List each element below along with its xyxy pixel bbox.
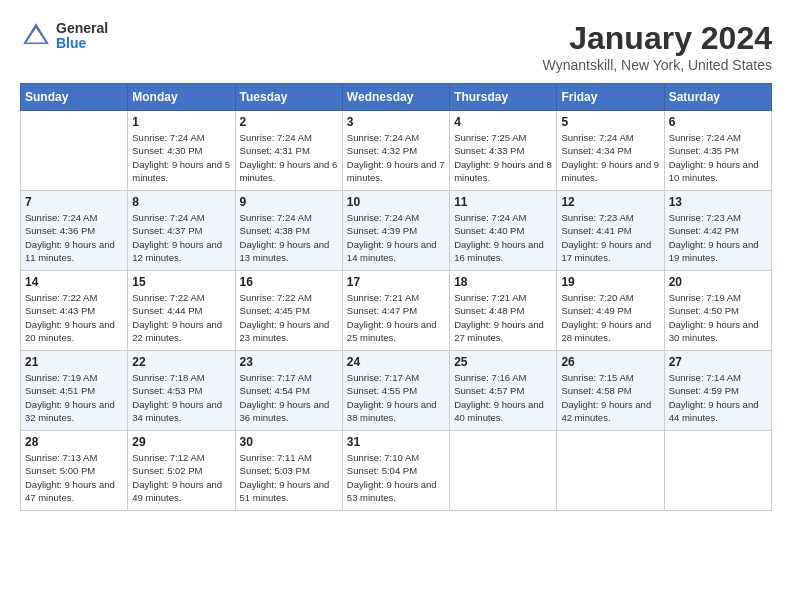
day-number: 29 [132,435,230,449]
calendar-cell [557,431,664,511]
calendar-cell: 27Sunrise: 7:14 AM Sunset: 4:59 PM Dayli… [664,351,771,431]
day-number: 8 [132,195,230,209]
day-number: 17 [347,275,445,289]
day-info: Sunrise: 7:24 AM Sunset: 4:32 PM Dayligh… [347,131,445,184]
day-number: 25 [454,355,552,369]
calendar-week-row: 21Sunrise: 7:19 AM Sunset: 4:51 PM Dayli… [21,351,772,431]
day-info: Sunrise: 7:10 AM Sunset: 5:04 PM Dayligh… [347,451,445,504]
weekday-header: Thursday [450,84,557,111]
day-number: 5 [561,115,659,129]
calendar-cell [21,111,128,191]
day-number: 16 [240,275,338,289]
calendar-cell: 26Sunrise: 7:15 AM Sunset: 4:58 PM Dayli… [557,351,664,431]
day-info: Sunrise: 7:16 AM Sunset: 4:57 PM Dayligh… [454,371,552,424]
weekday-header: Friday [557,84,664,111]
day-info: Sunrise: 7:22 AM Sunset: 4:45 PM Dayligh… [240,291,338,344]
weekday-header: Sunday [21,84,128,111]
calendar-cell: 21Sunrise: 7:19 AM Sunset: 4:51 PM Dayli… [21,351,128,431]
calendar-cell: 1Sunrise: 7:24 AM Sunset: 4:30 PM Daylig… [128,111,235,191]
day-info: Sunrise: 7:24 AM Sunset: 4:30 PM Dayligh… [132,131,230,184]
day-number: 21 [25,355,123,369]
day-number: 4 [454,115,552,129]
day-info: Sunrise: 7:24 AM Sunset: 4:31 PM Dayligh… [240,131,338,184]
day-info: Sunrise: 7:22 AM Sunset: 4:44 PM Dayligh… [132,291,230,344]
calendar-cell: 3Sunrise: 7:24 AM Sunset: 4:32 PM Daylig… [342,111,449,191]
calendar-cell: 5Sunrise: 7:24 AM Sunset: 4:34 PM Daylig… [557,111,664,191]
logo-blue: Blue [56,36,108,51]
weekday-header-row: SundayMondayTuesdayWednesdayThursdayFrid… [21,84,772,111]
logo: General Blue [20,20,108,52]
day-number: 22 [132,355,230,369]
day-number: 14 [25,275,123,289]
calendar-cell: 30Sunrise: 7:11 AM Sunset: 5:03 PM Dayli… [235,431,342,511]
calendar-cell [450,431,557,511]
day-info: Sunrise: 7:19 AM Sunset: 4:50 PM Dayligh… [669,291,767,344]
calendar-cell: 31Sunrise: 7:10 AM Sunset: 5:04 PM Dayli… [342,431,449,511]
calendar-cell [664,431,771,511]
calendar-cell: 11Sunrise: 7:24 AM Sunset: 4:40 PM Dayli… [450,191,557,271]
day-info: Sunrise: 7:15 AM Sunset: 4:58 PM Dayligh… [561,371,659,424]
calendar-week-row: 1Sunrise: 7:24 AM Sunset: 4:30 PM Daylig… [21,111,772,191]
day-info: Sunrise: 7:24 AM Sunset: 4:35 PM Dayligh… [669,131,767,184]
day-info: Sunrise: 7:21 AM Sunset: 4:47 PM Dayligh… [347,291,445,344]
calendar-cell: 23Sunrise: 7:17 AM Sunset: 4:54 PM Dayli… [235,351,342,431]
calendar-cell: 28Sunrise: 7:13 AM Sunset: 5:00 PM Dayli… [21,431,128,511]
calendar-cell: 19Sunrise: 7:20 AM Sunset: 4:49 PM Dayli… [557,271,664,351]
calendar-cell: 15Sunrise: 7:22 AM Sunset: 4:44 PM Dayli… [128,271,235,351]
day-number: 27 [669,355,767,369]
day-number: 18 [454,275,552,289]
calendar-cell: 20Sunrise: 7:19 AM Sunset: 4:50 PM Dayli… [664,271,771,351]
calendar-cell: 24Sunrise: 7:17 AM Sunset: 4:55 PM Dayli… [342,351,449,431]
calendar-cell: 10Sunrise: 7:24 AM Sunset: 4:39 PM Dayli… [342,191,449,271]
day-number: 20 [669,275,767,289]
calendar-cell: 2Sunrise: 7:24 AM Sunset: 4:31 PM Daylig… [235,111,342,191]
calendar-cell: 18Sunrise: 7:21 AM Sunset: 4:48 PM Dayli… [450,271,557,351]
day-info: Sunrise: 7:24 AM Sunset: 4:39 PM Dayligh… [347,211,445,264]
title-block: January 2024 Wynantskill, New York, Unit… [543,20,772,73]
day-info: Sunrise: 7:24 AM Sunset: 4:40 PM Dayligh… [454,211,552,264]
day-number: 1 [132,115,230,129]
calendar-cell: 8Sunrise: 7:24 AM Sunset: 4:37 PM Daylig… [128,191,235,271]
day-number: 26 [561,355,659,369]
calendar-cell: 29Sunrise: 7:12 AM Sunset: 5:02 PM Dayli… [128,431,235,511]
calendar-cell: 25Sunrise: 7:16 AM Sunset: 4:57 PM Dayli… [450,351,557,431]
day-info: Sunrise: 7:18 AM Sunset: 4:53 PM Dayligh… [132,371,230,424]
calendar-week-row: 14Sunrise: 7:22 AM Sunset: 4:43 PM Dayli… [21,271,772,351]
day-info: Sunrise: 7:23 AM Sunset: 4:41 PM Dayligh… [561,211,659,264]
calendar-cell: 7Sunrise: 7:24 AM Sunset: 4:36 PM Daylig… [21,191,128,271]
day-number: 19 [561,275,659,289]
logo-general: General [56,21,108,36]
day-number: 30 [240,435,338,449]
calendar-cell: 16Sunrise: 7:22 AM Sunset: 4:45 PM Dayli… [235,271,342,351]
day-info: Sunrise: 7:25 AM Sunset: 4:33 PM Dayligh… [454,131,552,184]
day-number: 9 [240,195,338,209]
calendar-week-row: 7Sunrise: 7:24 AM Sunset: 4:36 PM Daylig… [21,191,772,271]
day-info: Sunrise: 7:19 AM Sunset: 4:51 PM Dayligh… [25,371,123,424]
day-info: Sunrise: 7:14 AM Sunset: 4:59 PM Dayligh… [669,371,767,424]
day-info: Sunrise: 7:17 AM Sunset: 4:55 PM Dayligh… [347,371,445,424]
calendar-cell: 9Sunrise: 7:24 AM Sunset: 4:38 PM Daylig… [235,191,342,271]
page-header: General Blue January 2024 Wynantskill, N… [20,20,772,73]
day-number: 13 [669,195,767,209]
day-number: 3 [347,115,445,129]
day-info: Sunrise: 7:21 AM Sunset: 4:48 PM Dayligh… [454,291,552,344]
day-number: 28 [25,435,123,449]
day-number: 31 [347,435,445,449]
calendar-cell: 4Sunrise: 7:25 AM Sunset: 4:33 PM Daylig… [450,111,557,191]
day-number: 23 [240,355,338,369]
calendar-table: SundayMondayTuesdayWednesdayThursdayFrid… [20,83,772,511]
day-info: Sunrise: 7:11 AM Sunset: 5:03 PM Dayligh… [240,451,338,504]
month-title: January 2024 [543,20,772,57]
day-info: Sunrise: 7:20 AM Sunset: 4:49 PM Dayligh… [561,291,659,344]
calendar-cell: 17Sunrise: 7:21 AM Sunset: 4:47 PM Dayli… [342,271,449,351]
day-number: 6 [669,115,767,129]
day-info: Sunrise: 7:24 AM Sunset: 4:36 PM Dayligh… [25,211,123,264]
logo-text: General Blue [56,21,108,52]
calendar-cell: 22Sunrise: 7:18 AM Sunset: 4:53 PM Dayli… [128,351,235,431]
day-number: 15 [132,275,230,289]
day-info: Sunrise: 7:12 AM Sunset: 5:02 PM Dayligh… [132,451,230,504]
weekday-header: Tuesday [235,84,342,111]
weekday-header: Monday [128,84,235,111]
weekday-header: Saturday [664,84,771,111]
day-info: Sunrise: 7:23 AM Sunset: 4:42 PM Dayligh… [669,211,767,264]
